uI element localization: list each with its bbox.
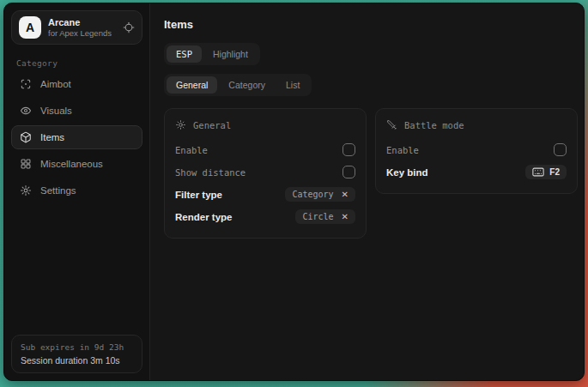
setting-row: Key bind F2 [386, 161, 567, 183]
view-tab-group: General Category List [164, 74, 312, 96]
setting-row: Show distance [175, 161, 355, 183]
clear-icon[interactable]: ✕ [342, 213, 349, 221]
sidebar-item-label: Visuals [40, 106, 72, 116]
tab-esp[interactable]: ESP [167, 45, 202, 63]
page-title: Items [164, 18, 578, 31]
package-icon [20, 131, 32, 143]
panels-container: General Enable Show distance Filter type… [164, 108, 578, 239]
setting-label: Filter type [175, 190, 222, 200]
panel-rows: Enable Key bind F2 [386, 139, 567, 183]
panel-battle-mode: Battle mode Enable Key bind F2 [375, 108, 578, 194]
desktop-backdrop: A Arcane for Apex Legends Category Aimbo… [0, 0, 588, 387]
checkbox[interactable] [554, 143, 567, 156]
panel-general: General Enable Show distance Filter type… [164, 108, 367, 239]
brand-card[interactable]: A Arcane for Apex Legends [11, 10, 142, 45]
app-window: A Arcane for Apex Legends Category Aimbo… [3, 3, 585, 381]
setting-row: Filter type Category ✕ [175, 184, 355, 205]
checkbox[interactable] [342, 166, 355, 178]
grid-icon [20, 158, 32, 170]
sidebar-item-label: Settings [40, 185, 76, 196]
sidebar-item-label: Miscellaneous [40, 159, 103, 169]
clear-icon[interactable]: ✕ [342, 190, 349, 199]
panel-title: General [193, 120, 231, 130]
setting-label: Key bind [386, 167, 428, 178]
keybind-value: F2 [549, 167, 560, 177]
sidebar-nav: Aimbot Visuals Items Miscellaneous Setti… [11, 72, 142, 203]
select-value: Category [292, 190, 333, 199]
panel-header: General [175, 119, 355, 130]
gear-icon [20, 184, 32, 197]
sidebar: A Arcane for Apex Legends Category Aimbo… [4, 3, 150, 380]
subtab-list[interactable]: List [276, 76, 309, 94]
checkbox[interactable] [342, 143, 355, 156]
app-logo: A [19, 16, 41, 39]
sidebar-item-label: Items [40, 132, 64, 142]
brand-text: Arcane for Apex Legends [48, 17, 112, 38]
sub-expiry-text: Sub expires in 9d 23h [21, 342, 133, 352]
select-chip[interactable]: Category ✕ [285, 187, 355, 202]
mode-tab-group: ESP Highlight [164, 43, 260, 65]
setting-row: Enable [175, 139, 355, 160]
panel-title: Battle mode [404, 120, 464, 130]
keyboard-icon [532, 167, 544, 177]
sun-icon [175, 119, 186, 130]
subtab-general[interactable]: General [167, 76, 217, 94]
tab-highlight[interactable]: Highlight [203, 45, 258, 63]
session-duration-text: Session duration 3m 10s [21, 355, 133, 366]
select-chip[interactable]: Circle ✕ [295, 209, 355, 224]
sidebar-item-settings[interactable]: Settings [11, 178, 142, 203]
panel-header: Battle mode [386, 119, 567, 130]
main-content: Items ESP Highlight General Category Lis… [150, 3, 585, 380]
sidebar-item-miscellaneous[interactable]: Miscellaneous [11, 152, 142, 176]
sidebar-item-aimbot[interactable]: Aimbot [11, 72, 142, 96]
keybind-button[interactable]: F2 [525, 165, 567, 179]
sidebar-item-visuals[interactable]: Visuals [11, 99, 142, 123]
subtab-category[interactable]: Category [219, 76, 275, 94]
sidebar-item-label: Aimbot [40, 79, 71, 89]
setting-label: Enable [386, 145, 419, 155]
setting-row: Enable [386, 139, 567, 160]
panel-rows: Enable Show distance Filter type Categor… [175, 139, 355, 227]
app-subtitle: for Apex Legends [48, 28, 112, 38]
subscription-status-card: Sub expires in 9d 23h Session duration 3… [11, 335, 142, 373]
app-title: Arcane [48, 17, 112, 27]
select-value: Circle [302, 212, 333, 221]
sidebar-item-items[interactable]: Items [11, 125, 142, 149]
sidebar-section-label: Category [16, 58, 137, 68]
setting-row: Render type Circle ✕ [175, 206, 355, 227]
setting-label: Show distance [175, 167, 246, 178]
eye-icon [20, 105, 32, 117]
setting-label: Render type [175, 212, 232, 222]
sword-icon [386, 119, 397, 130]
crosshair-locate-icon[interactable] [123, 21, 135, 33]
setting-label: Enable [175, 145, 208, 155]
aim-scan-icon [20, 78, 32, 90]
